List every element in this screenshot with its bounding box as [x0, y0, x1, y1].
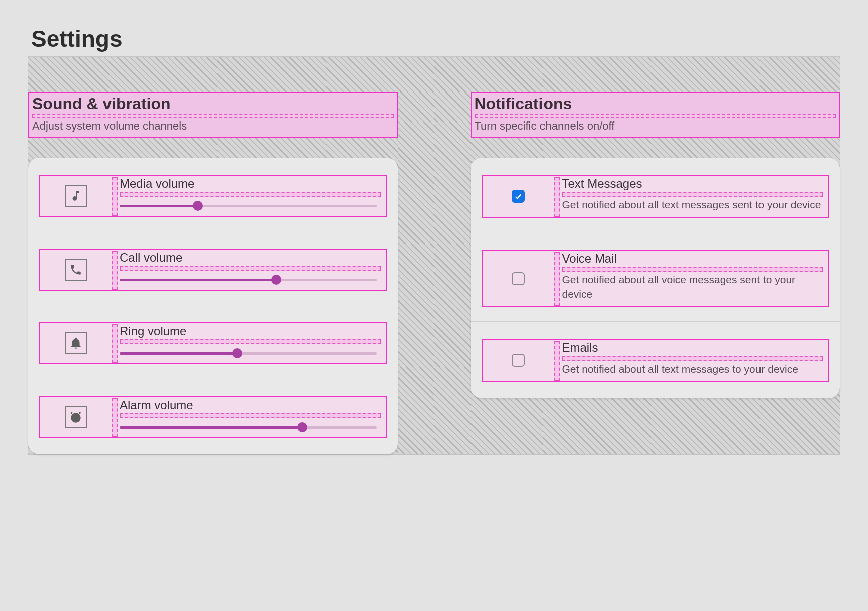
settings-body: Sound & vibration Adjust system volume c… [28, 57, 840, 454]
slider-label: Ring volume [120, 324, 381, 338]
sound-row-icon-wrap [40, 397, 112, 437]
notif-cell-voicemail: Voice Mail Get notified about all voice … [471, 232, 840, 322]
decorative-divider [120, 266, 381, 271]
notif-row-voicemail: Voice Mail Get notified about all voice … [482, 250, 829, 307]
media-volume-slider[interactable] [120, 201, 381, 211]
settings-header: Settings [28, 23, 840, 57]
sound-cell-call: Call volume [28, 231, 398, 305]
music-note-icon [65, 185, 87, 207]
sound-row-ring: Ring volume [39, 322, 387, 364]
sound-cell-ring: Ring volume [28, 305, 398, 379]
decorative-divider [32, 114, 394, 118]
decorative-divider [554, 252, 560, 306]
sound-row-icon-wrap [40, 250, 112, 290]
decorative-divider [562, 356, 823, 361]
notif-desc: Get notified about all text messages to … [562, 362, 823, 376]
decorative-divider [562, 267, 823, 272]
slider-label: Alarm volume [120, 398, 381, 412]
decorative-divider [112, 324, 118, 363]
decorative-divider [554, 341, 560, 381]
decorative-divider [120, 339, 381, 344]
notifications-section-header: Notifications Turn specific channels on/… [471, 92, 840, 138]
notif-row-text: Text Messages Get notified about all tex… [482, 175, 829, 218]
checkbox-wrap [483, 340, 554, 381]
notifications-column: Notifications Turn specific channels on/… [471, 92, 840, 454]
alarm-volume-slider[interactable] [120, 422, 381, 432]
notif-label: Voice Mail [562, 252, 823, 266]
notif-label: Emails [562, 341, 823, 355]
decorative-divider [120, 192, 381, 197]
decorative-divider [112, 177, 118, 216]
phone-icon [65, 259, 87, 281]
notif-row-emails: Emails Get notified about all text messa… [482, 339, 829, 382]
notifications-title: Notifications [475, 95, 836, 113]
sound-column: Sound & vibration Adjust system volume c… [28, 92, 398, 454]
notifications-subtitle: Turn specific channels on/off [475, 119, 836, 133]
sound-row-alarm: Alarm volume [39, 396, 387, 438]
notif-cell-text: Text Messages Get notified about all tex… [471, 158, 840, 232]
call-volume-slider[interactable] [120, 275, 381, 285]
notif-desc: Get notified about all voice messages se… [562, 273, 823, 301]
sound-section-header: Sound & vibration Adjust system volume c… [28, 92, 398, 138]
decorative-divider [120, 413, 381, 418]
checkbox-wrap [483, 176, 554, 217]
sound-row-icon-wrap [40, 176, 112, 216]
decorative-divider [475, 114, 836, 118]
alarm-icon [65, 406, 87, 428]
sound-subtitle: Adjust system volume channels [32, 119, 394, 133]
emails-checkbox[interactable] [512, 354, 525, 367]
sound-row-icon-wrap [40, 323, 112, 363]
slider-label: Media volume [120, 177, 381, 191]
sound-cell-alarm: Alarm volume [28, 379, 398, 452]
decorative-divider [562, 192, 823, 197]
column-gap [398, 92, 471, 454]
sound-title: Sound & vibration [32, 95, 394, 113]
checkbox-wrap [483, 251, 554, 306]
decorative-divider [112, 251, 118, 290]
slider-label: Call volume [120, 251, 381, 265]
notif-cell-emails: Emails Get notified about all text messa… [471, 322, 840, 396]
text-messages-checkbox[interactable] [512, 190, 525, 203]
sound-row-call: Call volume [39, 249, 387, 291]
decorative-divider [554, 177, 560, 217]
settings-panel: Settings Sound & vibration Adjust system… [28, 23, 840, 455]
decorative-divider [112, 398, 118, 437]
sound-card: Media volume [28, 158, 398, 454]
page-title: Settings [31, 25, 837, 52]
ring-volume-slider[interactable] [120, 348, 381, 358]
notifications-card: Text Messages Get notified about all tex… [471, 158, 840, 398]
notif-label: Text Messages [562, 177, 823, 191]
sound-row-media: Media volume [39, 175, 387, 217]
sound-cell-media: Media volume [28, 158, 398, 231]
notif-desc: Get notified about all text messages sen… [562, 198, 823, 212]
bell-icon [65, 332, 87, 354]
voice-mail-checkbox[interactable] [512, 272, 525, 285]
